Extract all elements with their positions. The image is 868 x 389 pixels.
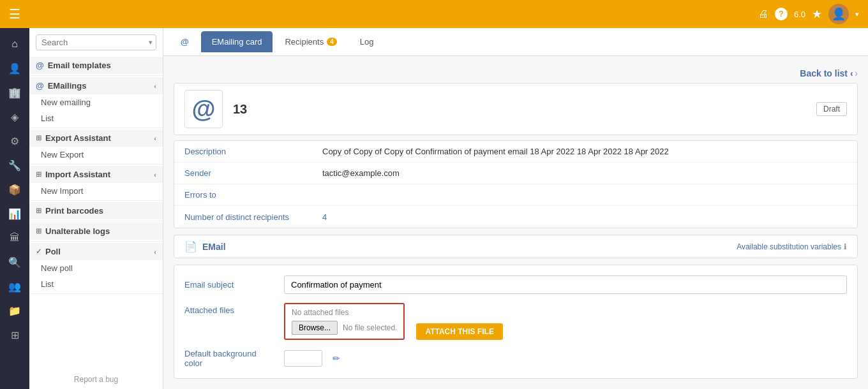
sidebar-item-export-assistant[interactable]: ⊞ Export Assistant ‹ (29, 129, 163, 147)
search-icon[interactable]: 🔍 (3, 251, 27, 273)
bg-color-label: Default background color (184, 349, 274, 368)
substitution-variables-link[interactable]: Available substitution variables ℹ (737, 242, 847, 251)
sidebar-item-email-templates[interactable]: @ Email templates (29, 57, 163, 74)
version-label: 6.0 (794, 10, 805, 19)
back-bar: Back to list ‹ › (174, 62, 858, 83)
tab-log[interactable]: Log (349, 31, 385, 52)
sender-value: tactic@example.com (315, 163, 857, 183)
browse-button[interactable]: Browse... (292, 321, 338, 335)
chevron-left-icon: ‹ (154, 82, 156, 90)
tab-emailing-card[interactable]: EMailing card (201, 31, 273, 52)
bars-icon: ⊞ (36, 134, 41, 142)
sidebar-item-poll[interactable]: ✓ Poll ‹ (29, 243, 163, 260)
sidebar-item-emailings[interactable]: @ EMailings ‹ (29, 77, 163, 94)
chart-icon[interactable]: 📊 (3, 203, 27, 224)
errors-to-label: Errors to (174, 185, 315, 205)
nav-section-print-barcodes: ⊞ Print barcodes (29, 201, 163, 221)
bars-icon-3: ⊞ (36, 207, 41, 215)
form-table: Description Copy of Copy of Copy of Conf… (174, 140, 858, 228)
document-icon: 📄 (184, 240, 197, 253)
sidebar-item-new-import[interactable]: New Import (29, 183, 163, 199)
search-box[interactable]: ▾ (36, 34, 156, 50)
search-dropdown-icon[interactable]: ▾ (149, 38, 153, 47)
record-id: 13 (233, 102, 247, 117)
building-icon[interactable]: 🏢 (3, 82, 27, 103)
star-icon[interactable]: ★ (812, 7, 822, 21)
nav-section-import: ⊞ Import Assistant ‹ New Import (29, 165, 163, 201)
sidebar-item-import-assistant[interactable]: ⊞ Import Assistant ‹ (29, 166, 163, 183)
at-tab-symbol: @ (181, 37, 189, 47)
email-section-header: 📄 EMail Available substitution variables… (174, 235, 858, 258)
at-icon-2: @ (36, 81, 44, 91)
sidebar-item-label: Print barcodes (45, 206, 103, 216)
attached-files-row: Attached files No attached files Browse.… (184, 303, 847, 340)
sidebar-item-new-emailing[interactable]: New emailing (29, 94, 163, 110)
chevron-left-icon-2: ‹ (154, 135, 156, 142)
sidebar-item-print-barcodes[interactable]: ⊞ Print barcodes (29, 202, 163, 219)
form-row-description: Description Copy of Copy of Copy of Conf… (174, 141, 857, 163)
sidebar-item-label: Poll (45, 247, 61, 256)
help-icon[interactable]: ? (775, 8, 788, 20)
chevron-left-nav-icon[interactable]: ‹ (850, 68, 853, 78)
sidebar-icons: ⌂ 👤 🏢 ◈ ⚙ 🔧 📦 📊 🏛 🔍 👥 📁 ⊞ (0, 28, 29, 389)
description-label: Description (174, 142, 315, 161)
box-icon[interactable]: 📦 (3, 179, 27, 200)
info-icon: ℹ (844, 242, 847, 251)
form-row-errors-to: Errors to (174, 184, 857, 206)
avatar[interactable]: 👤 (828, 4, 849, 24)
report-bug-link[interactable]: Report a bug (29, 370, 163, 389)
errors-to-value (315, 190, 857, 200)
search-input[interactable] (41, 38, 149, 47)
back-to-list-label: Back to list (800, 68, 848, 78)
record-at-icon: @ (184, 90, 223, 128)
email-subject-input[interactable] (284, 275, 847, 294)
nav-section-poll: ✓ Poll ‹ New poll List (29, 242, 163, 294)
sidebar-item-unalterable-logs[interactable]: ⊞ Unalterable logs (29, 223, 163, 240)
users-icon[interactable]: 👥 (3, 275, 27, 297)
printer-icon[interactable]: 🖨 (758, 8, 768, 20)
chevron-right-nav-icon[interactable]: › (855, 68, 858, 79)
tab-emailing-card-label: EMailing card (212, 37, 262, 47)
tab-recipients[interactable]: Recipients 4 (274, 31, 347, 52)
sidebar-item-new-export[interactable]: New Export (29, 147, 163, 163)
bars-icon-2: ⊞ (36, 170, 41, 179)
chevron-left-icon-3: ‹ (154, 171, 156, 179)
attach-file-button[interactable]: ATTACH THIS FILE (416, 323, 503, 340)
nav-section-export: ⊞ Export Assistant ‹ New Export (29, 128, 163, 165)
edit-color-icon[interactable]: ✏ (333, 353, 340, 363)
bank-icon[interactable]: 🏛 (3, 227, 27, 249)
sidebar-item-list[interactable]: List (29, 110, 163, 126)
grid-icon[interactable]: ⊞ (3, 324, 27, 346)
sidebar-item-new-poll[interactable]: New poll (29, 260, 163, 276)
content-area: Back to list ‹ › @ 13 Draft Description … (163, 56, 868, 389)
email-subject-row: Email subject (184, 275, 847, 294)
email-subject-label: Email subject (184, 280, 274, 290)
menu-icon[interactable]: ☰ (9, 6, 20, 22)
sidebar-item-poll-list[interactable]: List (29, 276, 163, 292)
tag-icon[interactable]: ◈ (3, 106, 27, 128)
gear-icon[interactable]: ⚙ (3, 130, 27, 152)
topbar: ☰ 🖨 ? 6.0 ★ 👤 ▾ (0, 0, 868, 28)
check-icon: ✓ (36, 247, 41, 256)
status-badge: Draft (816, 102, 847, 116)
home-icon[interactable]: ⌂ (3, 33, 27, 55)
tab-recipients-label: Recipients (285, 37, 324, 47)
tab-at[interactable]: @ (170, 31, 200, 52)
tab-log-label: Log (360, 37, 374, 47)
back-to-list-button[interactable]: Back to list ‹ (800, 68, 853, 78)
email-form: Email subject Attached files No attached… (174, 265, 858, 379)
file-input-row: Browse... No file selected. (292, 321, 397, 335)
tools-icon[interactable]: 🔧 (3, 154, 27, 176)
description-value: Copy of Copy of Copy of Confirmation of … (315, 142, 857, 161)
at-icon: @ (36, 61, 44, 70)
avatar-dropdown-icon[interactable]: ▾ (855, 10, 859, 18)
file-upload-box: No attached files Browse... No file sele… (284, 303, 405, 340)
nav-section-unalterable-logs: ⊞ Unalterable logs (29, 221, 163, 242)
person-icon[interactable]: 👤 (3, 57, 27, 79)
folder-icon[interactable]: 📁 (3, 300, 27, 321)
bg-color-swatch[interactable] (284, 350, 322, 367)
nav-section-emailings: @ EMailings ‹ New emailing List (29, 76, 163, 128)
chevron-left-icon-4: ‹ (154, 248, 156, 256)
no-file-text: No file selected. (343, 323, 397, 332)
nav-section-email-templates: @ Email templates (29, 55, 163, 76)
